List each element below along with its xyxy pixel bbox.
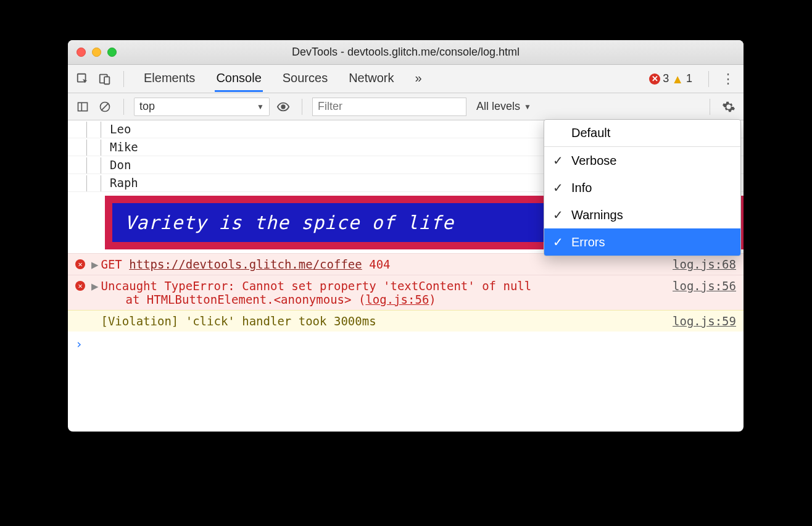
toggle-drawer-icon[interactable] — [74, 98, 91, 115]
warning-count: 1 — [686, 72, 692, 85]
levels-menu-warnings[interactable]: ✓ Warnings — [544, 201, 740, 228]
svg-point-7 — [281, 104, 285, 109]
error-icon: ✕ — [73, 259, 88, 269]
prompt-icon: › — [75, 336, 83, 351]
titlebar: DevTools - devtools.glitch.me/console/lo… — [68, 40, 744, 65]
error-count: 3 — [663, 72, 669, 85]
console-prompt[interactable]: › — [68, 332, 744, 356]
chevron-down-icon: ▼ — [524, 102, 531, 111]
check-icon: ✓ — [553, 235, 565, 249]
violation-message: [Violation] 'click' handler took 3000ms — [101, 314, 665, 328]
svg-line-6 — [101, 103, 109, 111]
filter-input[interactable] — [312, 98, 466, 116]
levels-menu-errors[interactable]: ✓ Errors — [544, 228, 740, 256]
tabs-overflow-icon[interactable]: » — [414, 65, 423, 92]
source-link[interactable]: log.js:56 — [673, 279, 736, 293]
expand-icon[interactable]: ▶ — [91, 279, 98, 293]
log-levels-menu: Default ✓ Verbose ✓ Info ✓ Warnings ✓ Er… — [544, 119, 741, 256]
divider — [708, 71, 709, 87]
levels-label: All levels — [476, 100, 520, 113]
levels-menu-default[interactable]: Default — [544, 120, 740, 146]
check-icon: ✓ — [553, 153, 565, 168]
main-tabbar: Elements Console Sources Network » ✕ 3 ▲… — [68, 65, 744, 93]
tab-elements[interactable]: Elements — [143, 65, 196, 92]
device-toggle-icon[interactable] — [96, 70, 114, 88]
stack-file-link[interactable]: log.js:56 — [365, 293, 429, 306]
levels-menu-verbose[interactable]: ✓ Verbose — [544, 147, 740, 174]
chevron-down-icon: ▼ — [257, 102, 264, 111]
source-link[interactable]: log.js:59 — [673, 314, 736, 328]
svg-rect-3 — [78, 102, 88, 111]
divider — [302, 99, 302, 115]
live-expression-icon[interactable] — [275, 98, 292, 115]
console-toolbar: top ▼ All levels ▼ — [68, 93, 744, 120]
tab-network[interactable]: Network — [347, 65, 395, 92]
close-window-button[interactable] — [77, 48, 86, 57]
error-badge-icon: ✕ — [649, 73, 660, 85]
source-link[interactable]: log.js:68 — [673, 257, 736, 271]
more-menu-icon[interactable]: ⋮ — [719, 71, 737, 87]
divider — [123, 71, 124, 87]
check-icon: ✓ — [553, 180, 565, 195]
issue-badges[interactable]: ✕ 3 ▲ 1 — [649, 72, 692, 85]
log-levels-dropdown[interactable]: All levels ▼ — [476, 100, 531, 113]
zoom-window-button[interactable] — [107, 48, 117, 57]
divider — [710, 99, 710, 115]
divider — [123, 99, 124, 115]
request-url[interactable]: https://devtools.glitch.me/coffee — [129, 257, 362, 271]
devtools-window: DevTools - devtools.glitch.me/console/lo… — [68, 40, 744, 432]
panel-tabs: Elements Console Sources Network » — [143, 65, 423, 92]
levels-menu-info[interactable]: ✓ Info — [544, 174, 740, 201]
context-value: top — [139, 100, 155, 113]
clear-console-icon[interactable] — [96, 98, 114, 115]
error-icon: ✕ — [73, 281, 88, 291]
context-selector[interactable]: top ▼ — [134, 98, 270, 116]
console-settings-icon[interactable] — [720, 98, 737, 115]
error-message: Uncaught TypeError: Cannot set property … — [101, 279, 665, 306]
tab-console[interactable]: Console — [215, 65, 262, 92]
error-log-row[interactable]: ✕ ▶ GET https://devtools.glitch.me/coffe… — [68, 253, 744, 275]
minimize-window-button[interactable] — [92, 48, 101, 57]
expand-icon[interactable]: ▶ — [91, 257, 98, 271]
warning-badge-icon: ▲ — [671, 73, 684, 85]
svg-rect-2 — [104, 77, 109, 84]
check-icon: ✓ — [553, 207, 565, 222]
violation-log-row[interactable]: ▶ [Violation] 'click' handler took 3000m… — [68, 310, 744, 332]
tab-sources[interactable]: Sources — [281, 65, 329, 92]
traffic-lights — [77, 48, 117, 57]
inspect-element-icon[interactable] — [74, 70, 91, 88]
window-title: DevTools - devtools.glitch.me/console/lo… — [68, 46, 744, 59]
error-message: GET https://devtools.glitch.me/coffee 40… — [101, 257, 665, 271]
error-log-row[interactable]: ✕ ▶ Uncaught TypeError: Cannot set prope… — [68, 275, 744, 310]
